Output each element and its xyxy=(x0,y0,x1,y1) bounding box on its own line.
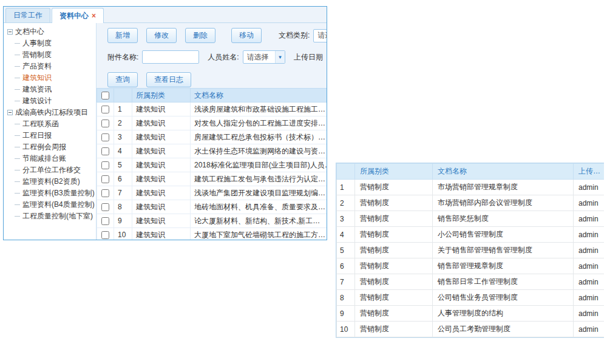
action-row: 查询 查看日志 xyxy=(97,64,327,88)
row-title[interactable]: 市场营销部管理规章制度 xyxy=(433,180,574,195)
tree-item[interactable]: 监理资料(B3质量控制) xyxy=(4,187,96,199)
row-category: 建筑知识 xyxy=(132,130,191,144)
row-checkbox[interactable] xyxy=(101,120,109,127)
uploader-header: 上传… xyxy=(574,164,605,180)
row-number: 2 xyxy=(114,116,132,130)
tab-data-center[interactable]: 资料中心 × xyxy=(52,8,104,23)
tree-item-label: 节能减排台账 xyxy=(22,153,66,164)
tree-item-label: 监理资料(B2资质) xyxy=(22,177,80,187)
query-button[interactable]: 查询 xyxy=(107,72,138,87)
tree-item-label: 人事制度 xyxy=(22,38,52,49)
person-select[interactable]: 请选择 ▼ xyxy=(243,50,285,64)
tree-item[interactable]: 工程例会周报 xyxy=(4,141,96,153)
tree-item[interactable]: 文档中心 xyxy=(4,26,96,38)
doc-table-header: 所属别类 文档名称 xyxy=(97,89,327,103)
row-checkbox[interactable] xyxy=(101,217,109,225)
select-all-checkbox[interactable] xyxy=(101,92,109,99)
toolbar-button[interactable]: 修改 xyxy=(146,28,177,43)
tab-daily-work[interactable]: 日常工作 xyxy=(5,8,50,22)
tree-branch-line xyxy=(15,181,20,182)
row-number: 1 xyxy=(337,180,355,195)
filter-row: 附件名称: 人员姓名: 请选择 ▼ 上传日期 xyxy=(97,43,327,64)
collapse-icon[interactable] xyxy=(7,110,13,115)
tree-item[interactable]: 建筑知识 xyxy=(4,72,96,84)
row-checkbox[interactable] xyxy=(101,231,109,239)
row-check-cell xyxy=(97,158,114,172)
tree-item[interactable]: 分工单位工作移交 xyxy=(4,164,96,176)
row-uploader: admin xyxy=(574,290,605,306)
tree-branch-line xyxy=(15,135,20,136)
row-category: 建筑知识 xyxy=(132,144,191,158)
row-checkbox[interactable] xyxy=(101,175,109,183)
row-title[interactable]: 关于销售部管理销售管理制度 xyxy=(433,243,574,258)
row-check-cell xyxy=(97,228,114,241)
row-title[interactable]: 市场营销部内部会议管理制度 xyxy=(433,195,574,211)
row-title[interactable]: 对发包人指定分包的工程施工进度安排… xyxy=(191,116,327,130)
row-title[interactable]: 论大厦新材料、新结构、新技术,新工… xyxy=(191,214,327,228)
close-icon[interactable]: × xyxy=(92,12,96,20)
tree-item[interactable]: 建筑资讯 xyxy=(4,84,96,95)
tree-item[interactable]: 人事制度 xyxy=(4,38,96,49)
toolbar-button[interactable]: 删除 xyxy=(185,28,215,43)
tree-item[interactable]: 产品资料 xyxy=(4,61,96,72)
row-title[interactable]: 公司销售业务员管理制度 xyxy=(433,290,574,306)
row-title[interactable]: 大厦地下室加气砼墙砌筑工程的施工方… xyxy=(191,228,327,241)
marketing-doc-table: 所属别类 文档名称 上传… 1营销制度市场营销部管理规章制度admin2营销制度… xyxy=(336,163,604,338)
num-header xyxy=(114,89,132,103)
summary-table-row: 6营销制度销售部管理规章制度admin xyxy=(337,258,605,274)
chevron-down-icon: ▼ xyxy=(275,51,285,63)
row-category: 建筑知识 xyxy=(132,158,191,172)
row-title[interactable]: 建筑工程施工发包与承包违法行为认定… xyxy=(191,172,327,186)
tree-item[interactable]: 监理资料(B4质量控制) xyxy=(4,199,96,211)
row-title[interactable]: 房屋建筑工程总承包投标书（技术标）… xyxy=(191,130,327,144)
row-number: 4 xyxy=(114,144,132,158)
summary-table-body: 1营销制度市场营销部管理规章制度admin2营销制度市场营销部内部会议管理制度a… xyxy=(337,180,605,337)
toolbar-button[interactable]: 新增 xyxy=(107,28,138,43)
toolbar-button[interactable]: 移动 xyxy=(231,28,262,43)
person-value: 请选择 xyxy=(243,52,275,62)
row-number: 8 xyxy=(337,290,355,306)
row-checkbox[interactable] xyxy=(101,106,109,113)
tree-item-label: 营销制度 xyxy=(22,50,52,60)
row-uploader: admin xyxy=(574,227,605,243)
row-checkbox[interactable] xyxy=(101,147,109,155)
tree-item[interactable]: 节能减排台账 xyxy=(4,153,96,164)
attachment-input[interactable] xyxy=(142,50,199,64)
row-check-cell xyxy=(97,200,114,214)
summary-table-row: 1营销制度市场营销部管理规章制度admin xyxy=(337,180,605,195)
tree-item-label: 工程日报 xyxy=(22,130,52,141)
row-title[interactable]: 浅谈地产集团开发建设项目监理规划编… xyxy=(191,186,327,200)
row-title[interactable]: 水土保持生态环境监测网络的建设与资… xyxy=(191,144,327,158)
row-title[interactable]: 公司员工考勤管理制度 xyxy=(433,322,574,337)
tree-item[interactable]: 成渝高铁内江标段项目 xyxy=(4,107,96,118)
tree-item[interactable]: 监理资料(B2资质) xyxy=(4,176,96,187)
row-title[interactable]: 地砖地面材料、机具准备、质量要求及… xyxy=(191,200,327,214)
doc-table-row: 2建筑知识对发包人指定分包的工程施工进度安排… xyxy=(97,116,327,130)
row-checkbox[interactable] xyxy=(101,161,109,169)
collapse-icon[interactable] xyxy=(7,29,13,35)
doc-type-select[interactable]: 请选择 ▼ xyxy=(313,29,327,42)
category-tree: 文档中心人事制度营销制度产品资料建筑知识建筑资讯建筑设计成渝高铁内江标段项目工程… xyxy=(4,23,97,240)
row-checkbox[interactable] xyxy=(101,203,109,211)
row-title[interactable]: 销售部日常工作管理制度 xyxy=(433,274,574,290)
row-title[interactable]: 销售部管理规章制度 xyxy=(433,258,574,274)
document-table: 所属别类 文档名称 1建筑知识浅谈房屋建筑和市政基础设施工程施工…2建筑知识对发… xyxy=(97,88,327,240)
row-title[interactable]: 2018标准化监理项目部(业主项目部)人员… xyxy=(191,158,327,172)
view-log-button[interactable]: 查看日志 xyxy=(146,72,191,87)
row-title[interactable]: 浅谈房屋建筑和市政基础设施工程施工… xyxy=(191,103,327,116)
tree-item[interactable]: 工程质量控制(地下室) xyxy=(4,211,96,222)
tree-item-label: 监理资料(B3质量控制) xyxy=(22,188,95,198)
tree-item-label: 建筑资讯 xyxy=(22,84,52,95)
tree-item[interactable]: 营销制度 xyxy=(4,49,96,61)
tree-item[interactable]: 工程联系函 xyxy=(4,118,96,130)
tree-item-label: 建筑知识 xyxy=(22,73,52,83)
row-checkbox[interactable] xyxy=(101,133,109,141)
row-title[interactable]: 人事管理制度的结构 xyxy=(433,306,574,322)
row-title[interactable]: 小公司销售管理制度 xyxy=(433,227,574,243)
row-title[interactable]: 销售部奖惩制度 xyxy=(433,211,574,227)
tree-item-label: 文档中心 xyxy=(15,27,44,37)
row-checkbox[interactable] xyxy=(101,189,109,197)
tree-item[interactable]: 工程日报 xyxy=(4,130,96,141)
window-body: 文档中心人事制度营销制度产品资料建筑知识建筑资讯建筑设计成渝高铁内江标段项目工程… xyxy=(4,23,327,240)
tree-item[interactable]: 建筑设计 xyxy=(4,95,96,107)
